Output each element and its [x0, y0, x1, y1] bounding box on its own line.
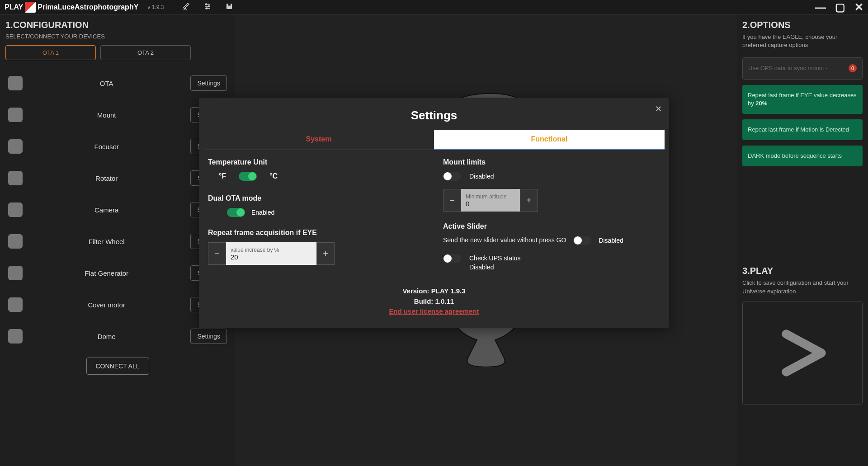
- save-icon[interactable]: [225, 2, 233, 12]
- mount-limits-toggle[interactable]: [443, 172, 461, 181]
- play-subtitle: Click to save configuration and start yo…: [742, 279, 863, 295]
- repeat-input[interactable]: value increase by % 20: [226, 242, 316, 265]
- repeat-frame-label: Repeat frame acquisition if EYE: [208, 229, 425, 237]
- active-slider-desc: Send the new slider value without press …: [443, 236, 566, 245]
- device-cover: Cover motorSettings: [5, 289, 230, 320]
- filterwheel-icon: [8, 234, 23, 249]
- connect-all-button[interactable]: CONNECT ALL: [86, 358, 149, 375]
- temperature-label: Temperature Unit: [208, 158, 425, 166]
- device-dome: DomeSettings: [5, 320, 230, 352]
- mount-disabled-label: Disabled: [469, 173, 494, 180]
- device-rotator: RotatorSettings: [5, 162, 230, 194]
- maximize-icon[interactable]: ▢: [835, 1, 845, 14]
- mount-icon: [8, 108, 23, 122]
- gps-badge: 0: [849, 64, 857, 72]
- gps-option[interactable]: Use GPS data to sync mount - 0: [742, 57, 863, 79]
- active-slider-toggle[interactable]: [573, 236, 591, 245]
- play-word: PLAY: [5, 3, 23, 11]
- rotator-icon: [8, 171, 23, 185]
- ota-settings-button[interactable]: Settings: [190, 75, 227, 91]
- svg-rect-4: [228, 4, 231, 6]
- tab-functional[interactable]: Functional: [434, 130, 665, 150]
- config-title: 1.CONFIGURATION: [5, 20, 230, 30]
- camera-icon: [8, 202, 23, 217]
- altitude-input[interactable]: Minimum altitude 0: [461, 189, 520, 212]
- focuser-icon: [8, 139, 23, 154]
- altitude-minus-button[interactable]: −: [443, 189, 461, 212]
- mount-limits-label: Mount limits: [443, 158, 660, 166]
- device-flat: Flat GeneratorSettings: [5, 257, 230, 289]
- play-title: 3.PLAY: [742, 266, 863, 276]
- ups-line2: Disabled: [469, 263, 521, 272]
- options-panel: 2.OPTIONS If you have the EAGLE, choose …: [737, 14, 868, 466]
- device-focuser: FocuserSettings: [5, 131, 230, 162]
- config-subtitle: SELECT/CONNECT YOUR DEVICES: [5, 33, 230, 40]
- svg-point-0: [206, 4, 207, 5]
- eula-link[interactable]: End user license agreement: [389, 307, 479, 315]
- tab-ota2[interactable]: OTA 2: [100, 45, 191, 60]
- device-mount: MountSettings: [5, 99, 230, 131]
- build-text: Build: 1.0.11: [199, 297, 669, 307]
- active-disabled-label: Disabled: [599, 237, 623, 244]
- ups-line1: Check UPS status: [469, 254, 521, 263]
- dome-settings-button[interactable]: Settings: [190, 329, 227, 344]
- telescope-icon[interactable]: [182, 2, 190, 12]
- altitude-plus-button[interactable]: +: [520, 189, 538, 212]
- temperature-toggle[interactable]: [239, 172, 257, 181]
- settings-modal: ✕ Settings System Functional Temperature…: [199, 98, 669, 328]
- version-label: v 1.9.3: [147, 4, 164, 10]
- celsius-label: °C: [269, 172, 278, 180]
- titlebar: PLAY PrimaLuceAstrophotographY v 1.9.3 —…: [0, 0, 868, 14]
- tab-ota1[interactable]: OTA 1: [5, 45, 96, 60]
- fahrenheit-label: °F: [219, 172, 226, 180]
- dual-enabled-label: Enabled: [251, 209, 274, 216]
- dual-ota-label: Dual OTA mode: [208, 194, 425, 202]
- svg-point-2: [206, 8, 208, 9]
- altitude-stepper: − Minimum altitude 0 +: [443, 189, 660, 212]
- ups-toggle[interactable]: [443, 254, 461, 263]
- dual-ota-toggle[interactable]: [227, 208, 245, 217]
- dome-icon: [8, 329, 23, 344]
- svg-point-1: [208, 5, 210, 7]
- modal-title: Settings: [199, 98, 669, 130]
- options-title: 2.OPTIONS: [742, 20, 863, 30]
- play-icon: [775, 326, 830, 380]
- minimize-icon[interactable]: —: [815, 1, 826, 14]
- repeat-stepper: − value increase by % 20 +: [208, 242, 425, 265]
- flat-icon: [8, 266, 23, 280]
- sliders-icon[interactable]: [203, 2, 212, 12]
- options-subtitle: If you have the EAGLE, choose your prefe…: [742, 33, 863, 49]
- tab-system[interactable]: System: [203, 130, 434, 150]
- play-button[interactable]: [742, 301, 863, 405]
- device-camera: CameraSettings: [5, 194, 230, 226]
- active-slider-label: Active Slider: [443, 222, 660, 231]
- repeat-minus-button[interactable]: −: [208, 242, 226, 265]
- gps-label: Use GPS data to sync mount -: [748, 64, 828, 72]
- modal-close-icon[interactable]: ✕: [655, 104, 662, 114]
- version-text: Version: PLAY 1.9.3: [199, 286, 669, 297]
- repeat-plus-button[interactable]: +: [316, 242, 335, 265]
- brand-name: PrimaLuceAstrophotographY: [38, 3, 138, 11]
- repeat-motion-option[interactable]: Repeat last frame if Motion is Detected: [742, 119, 863, 140]
- dark-mode-option[interactable]: DARK mode before sequence starts: [742, 146, 863, 166]
- repeat-eye-option[interactable]: Repeat last frame if EYE value decreases…: [742, 85, 863, 114]
- device-ota: OTASettings: [5, 67, 230, 99]
- device-filterwheel: Filter WheelSettings: [5, 226, 230, 257]
- cover-icon: [8, 297, 23, 312]
- ota-icon: [8, 76, 23, 90]
- close-icon[interactable]: ✕: [854, 1, 863, 14]
- app-logo: [25, 2, 36, 13]
